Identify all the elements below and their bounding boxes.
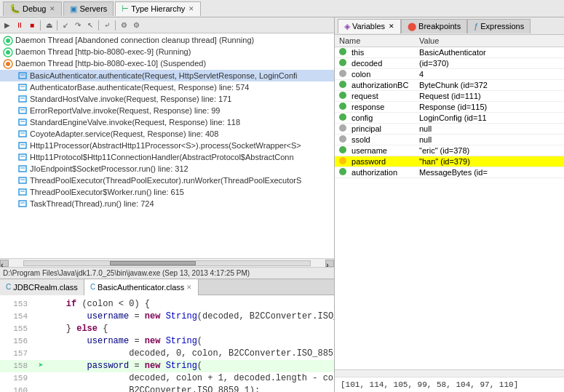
- thread-list[interactable]: Daemon Thread [Abandoned connection clea…: [0, 33, 334, 258]
- code-line-156[interactable]: 156 username = new String(: [0, 335, 334, 348]
- var-row[interactable]: config LoginConfig (id=11: [335, 113, 564, 124]
- var-name-text: principal: [351, 124, 381, 133]
- stack-frame[interactable]: ErrorReportValve.invoke(Request, Respons…: [0, 105, 334, 116]
- code-line-154[interactable]: 154 username = new String(decoded, B2CCo…: [0, 311, 334, 323]
- right-h-scrollbar[interactable]: [335, 369, 564, 377]
- svg-rect-28: [19, 201, 26, 207]
- code-line-155[interactable]: 155 } else {: [0, 323, 334, 335]
- stack-frame[interactable]: CoyoteAdapter.service(Request, Response)…: [0, 128, 334, 140]
- tab-expr-label: Expressions: [480, 22, 524, 31]
- var-name: colon: [335, 69, 415, 80]
- var-row[interactable]: authorization MessageBytes (id=: [335, 167, 564, 178]
- array-preview-text: [101, 114, 105, 99, 58, 104, 97, 110]: [341, 380, 518, 389]
- code-line-157[interactable]: 157 decoded, 0, colon, B2CConverter.ISO_…: [0, 348, 334, 360]
- stack-frame[interactable]: StandardEngineValve.invoke(Request, Resp…: [0, 116, 334, 128]
- stack-frame[interactable]: AuthenticatorBase.authenticate(Request, …: [0, 81, 334, 93]
- var-row[interactable]: ssold null: [335, 135, 564, 145]
- stack-frame[interactable]: ThreadPoolExecutor$Worker.run() line: 61…: [0, 186, 334, 198]
- sep4: [115, 20, 116, 31]
- code-text: } else {: [45, 323, 108, 335]
- sep1: [40, 20, 41, 31]
- scrollbar-track[interactable]: [23, 260, 311, 266]
- tab-breakpoints[interactable]: ⬤ Breakpoints: [401, 19, 467, 33]
- stack-frame[interactable]: Http11Processor(AbstractHttp11Processor<…: [0, 140, 334, 151]
- step-return-button[interactable]: ↖: [84, 20, 96, 31]
- variables-panel[interactable]: Name Value this BasicAuthenticator: [335, 35, 564, 369]
- tab-expressions[interactable]: ƒ Expressions: [467, 19, 531, 33]
- var-row[interactable]: this BasicAuthenticator: [335, 47, 564, 58]
- var-row-username[interactable]: username "eric" (id=378): [335, 145, 564, 156]
- scrollbar-left[interactable]: ‹: [0, 260, 9, 267]
- stack-frame[interactable]: ThreadPoolExecutor(ThreadPoolExecutor).r…: [0, 175, 334, 186]
- stack-frame[interactable]: StandardHostValve.invoke(Request, Respon…: [0, 93, 334, 105]
- tab-debug[interactable]: 🐛 Debug ✕: [3, 1, 62, 16]
- var-row[interactable]: request Request (id=111): [335, 91, 564, 102]
- svg-point-1: [6, 39, 10, 43]
- dot-green-icon: [339, 81, 346, 88]
- status-text: D:\Program Files\Java\jdk1.7.0_25\bin\ja…: [3, 269, 250, 277]
- code-content: 153 if (colon < 0) { 154 username = new …: [0, 295, 334, 392]
- thread-item[interactable]: Daemon Thread [Abandoned connection clea…: [0, 35, 334, 47]
- suspend-button[interactable]: ⏸: [14, 20, 25, 31]
- stack-frame[interactable]: TaskThread(Thread).run() line: 724: [0, 198, 334, 209]
- scrollbar-thumb[interactable]: [110, 261, 196, 265]
- var-row[interactable]: response Response (id=115): [335, 102, 564, 113]
- resume-button[interactable]: ▶: [1, 20, 13, 31]
- right-panel: ◈ Variables ✕ ⬤ Breakpoints ƒ Expression…: [335, 17, 564, 392]
- thread-suspended-icon: [3, 59, 13, 69]
- tab-servers[interactable]: ▣ Servers: [63, 1, 114, 16]
- var-name: username: [335, 145, 415, 156]
- line-number: 156: [6, 335, 28, 348]
- tab-variables[interactable]: ◈ Variables ✕: [338, 19, 401, 33]
- var-row[interactable]: decoded (id=370): [335, 58, 564, 69]
- var-row[interactable]: authorizationBC ByteChunk (id=372: [335, 80, 564, 91]
- stack-icon: [17, 71, 28, 81]
- line-number: 155: [6, 323, 28, 335]
- svg-rect-14: [19, 119, 26, 125]
- stop-button[interactable]: ■: [26, 20, 38, 31]
- file-tab-jdbcrealm[interactable]: C JDBCRealm.class: [0, 279, 84, 295]
- stack-frame[interactable]: BasicAuthenticator.authenticate(Request,…: [0, 70, 334, 81]
- scrollbar-right[interactable]: ›: [325, 260, 334, 267]
- file-tabs: C JDBCRealm.class C BasicAuthenticator.c…: [0, 279, 334, 295]
- var-value: null: [415, 124, 564, 135]
- thread-item[interactable]: Daemon Thread [http-bio-8080-exec-9] (Ru…: [0, 47, 334, 58]
- h-scrollbar[interactable]: ‹ ›: [0, 258, 334, 267]
- code-line-153[interactable]: 153 if (colon < 0) {: [0, 298, 334, 311]
- thread-item[interactable]: Daemon Thread [http-bio-8080-exec-10] (S…: [0, 58, 334, 70]
- var-name-text: password: [351, 157, 386, 166]
- drop-frame-button[interactable]: ⤶: [101, 20, 113, 31]
- step-filter-button[interactable]: ⚙: [118, 20, 130, 31]
- dot-gray-icon: [339, 124, 346, 132]
- stack-label: AuthenticatorBase.authenticate(Request, …: [30, 83, 249, 92]
- stack-frame[interactable]: Http11Protocol$Http11ConnectionHandler(A…: [0, 151, 334, 163]
- properties-button[interactable]: ⚙: [130, 20, 142, 31]
- svg-rect-18: [19, 143, 26, 148]
- disconnect-button[interactable]: ⏏: [43, 20, 55, 31]
- var-name-text: authorizationBC: [351, 81, 408, 89]
- svg-rect-6: [19, 73, 26, 79]
- var-name-text: config: [351, 113, 373, 122]
- file-tab-close[interactable]: ✕: [186, 284, 192, 291]
- var-row[interactable]: principal null: [335, 124, 564, 135]
- dot-green-icon: [339, 113, 346, 121]
- stack-label: TaskThread(Thread).run() line: 724: [30, 199, 154, 208]
- code-line-158[interactable]: 158 ➤ password = new String(: [0, 360, 334, 372]
- tab-hierarchy-close[interactable]: ✕: [188, 5, 194, 12]
- tab-debug-close[interactable]: ✕: [49, 5, 55, 12]
- tab-variables-close[interactable]: ✕: [389, 23, 394, 30]
- code-line-159[interactable]: 159 decoded, colon + 1, decoded.length -…: [0, 372, 334, 385]
- stack-frame[interactable]: JIoEndpoint$SocketProcessor.run() line: …: [0, 163, 334, 175]
- tab-hierarchy[interactable]: ⊢ Type Hierarchy ✕: [115, 1, 201, 16]
- thread-running-icon: [3, 36, 13, 46]
- var-row[interactable]: colon 4: [335, 69, 564, 80]
- code-line-160[interactable]: 160 B2CConverter.ISO_8859_1);: [0, 385, 334, 392]
- var-value: Request (id=111): [415, 91, 564, 102]
- step-in-button[interactable]: ↙: [60, 20, 71, 31]
- step-over-button[interactable]: ↷: [72, 20, 84, 31]
- line-number: 153: [6, 298, 28, 311]
- var-name-text: colon: [351, 70, 370, 79]
- var-row-password[interactable]: password "han" (id=379): [335, 156, 564, 167]
- file-tab-basicauth[interactable]: C BasicAuthenticator.class ✕: [84, 279, 199, 295]
- stack-icon: [17, 82, 28, 92]
